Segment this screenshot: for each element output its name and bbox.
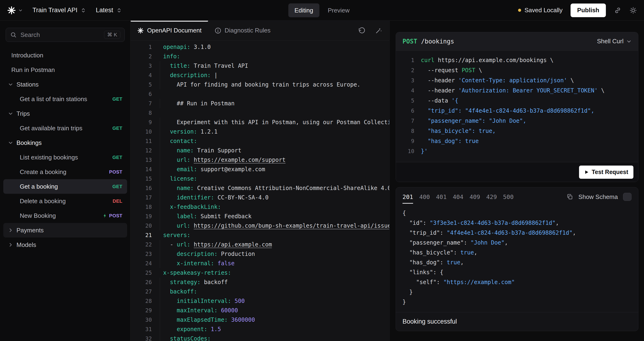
code-line: 14 email: support@example.com bbox=[131, 165, 389, 174]
sidebar-item-create-a-booking[interactable]: Create a bookingPOST bbox=[3, 165, 127, 179]
code-line: 19 label: Submit Feedback bbox=[131, 212, 389, 221]
sidebar-group-models[interactable]: Models bbox=[3, 238, 127, 252]
response-tools: Show Schema bbox=[566, 193, 632, 201]
theme-toggle-icon[interactable] bbox=[630, 6, 637, 14]
share-link-icon[interactable] bbox=[614, 6, 622, 14]
line-number: 8 bbox=[396, 126, 414, 136]
code-line: 23 description: Production bbox=[131, 249, 389, 259]
select-arrows-icon bbox=[116, 8, 122, 13]
line-number: 4 bbox=[396, 86, 414, 96]
workspace-menu[interactable] bbox=[7, 6, 22, 15]
mode-tab-editing[interactable]: Editing bbox=[288, 3, 320, 17]
sidebar-item-new-booking[interactable]: New BookingPOST bbox=[3, 208, 127, 223]
line-number: 5 bbox=[131, 80, 152, 89]
line-number: 5 bbox=[396, 96, 414, 106]
sidebar-group-payments[interactable]: Payments bbox=[3, 223, 127, 238]
sidebar: Search ⌘ K IntroductionRun in PostmanSta… bbox=[0, 21, 131, 341]
editor-tools bbox=[358, 21, 382, 40]
mode-tabs: EditingPreview bbox=[288, 3, 356, 17]
line-number: 18 bbox=[131, 202, 152, 212]
code-line: 8 bbox=[131, 108, 389, 118]
line-number: 27 bbox=[131, 287, 152, 296]
response-card-header: 201400401404409429500 Show Schema bbox=[396, 187, 638, 206]
test-request-button[interactable]: Test Request bbox=[579, 166, 634, 179]
request-code[interactable]: 1curl https://api.example.com/bookings \… bbox=[396, 50, 638, 162]
language-selector[interactable]: Shell Curl bbox=[597, 38, 632, 45]
chevron-down-icon bbox=[8, 82, 13, 87]
sidebar-item-get-a-booking[interactable]: Get a bookingGET bbox=[3, 179, 127, 194]
undo-icon[interactable] bbox=[358, 27, 365, 34]
sidebar-group-trips[interactable]: Trips bbox=[3, 106, 127, 121]
editor-tabs: OpenAPI DocumentDiagnostic Rules bbox=[131, 21, 277, 40]
topbar: Train Travel API Latest EditingPreview S… bbox=[0, 0, 644, 21]
status-tab-429[interactable]: 429 bbox=[486, 192, 497, 202]
code-line: 3 title: Train Travel API bbox=[131, 61, 389, 70]
status-tab-401[interactable]: 401 bbox=[436, 192, 446, 202]
line-number: 3 bbox=[131, 61, 152, 70]
search-icon bbox=[10, 31, 17, 38]
editor-pane: OpenAPI DocumentDiagnostic Rules 1openap… bbox=[131, 21, 390, 341]
sidebar-item-introduction[interactable]: Introduction bbox=[3, 48, 127, 62]
code-line: 10}' bbox=[396, 146, 638, 156]
line-number: 25 bbox=[131, 268, 152, 278]
search-input[interactable]: Search ⌘ K bbox=[6, 28, 125, 42]
code-line: "id": "3f3e3e1-c824-4d63-b37a-d8d698862f… bbox=[402, 218, 632, 228]
chevron-down-icon bbox=[8, 140, 13, 145]
line-number: 30 bbox=[131, 315, 152, 325]
status-tab-409[interactable]: 409 bbox=[470, 192, 480, 202]
logo-icon bbox=[137, 27, 144, 34]
main-row: Search ⌘ K IntroductionRun in PostmanSta… bbox=[0, 21, 644, 341]
project-name: Train Travel API bbox=[32, 6, 78, 14]
code-line: 4 --header 'Authorization: Bearer YOUR_S… bbox=[396, 86, 638, 96]
publish-button[interactable]: Publish bbox=[570, 3, 606, 17]
sidebar-item-get-a-list-of-train-stations[interactable]: Get a list of train stationsGET bbox=[3, 92, 127, 106]
status-tab-404[interactable]: 404 bbox=[453, 192, 463, 202]
method-badge: POST bbox=[109, 169, 122, 175]
editor-tab-diagnostic-rules[interactable]: Diagnostic Rules bbox=[208, 21, 277, 40]
status-tab-201[interactable]: 201 bbox=[402, 192, 413, 202]
sidebar-item-delete-a-booking[interactable]: Delete a bookingDEL bbox=[3, 194, 127, 208]
code-line: 31 exponent: 1.5 bbox=[131, 325, 389, 334]
project-selector[interactable]: Train Travel API bbox=[32, 6, 86, 14]
line-number: 23 bbox=[131, 249, 152, 259]
code-line: 30 maxElapsedTime: 3600000 bbox=[131, 315, 389, 325]
line-number: 9 bbox=[396, 136, 414, 146]
sidebar-group-bookings[interactable]: Bookings bbox=[3, 135, 127, 150]
code-line: 15 license: bbox=[131, 174, 389, 183]
code-line: 8 "has_bicycle": true, bbox=[396, 126, 638, 136]
operation-label: Get a booking bbox=[20, 183, 112, 190]
version-selector[interactable]: Latest bbox=[96, 6, 122, 14]
response-body: { "id": "3f3e3e1-c824-4d63-b37a-d8d69886… bbox=[396, 206, 638, 312]
chevron-down-icon bbox=[8, 111, 13, 116]
status-tab-500[interactable]: 500 bbox=[503, 192, 514, 202]
status-tab-400[interactable]: 400 bbox=[419, 192, 430, 202]
line-number: 19 bbox=[131, 212, 152, 221]
code-line: "trip_id": "4f4e4e1-c824-4d63-b37a-d8d69… bbox=[402, 228, 632, 238]
openapi-editor[interactable]: 1openapi: 3.1.02info:3 title: Train Trav… bbox=[131, 40, 389, 341]
fix-wand-icon[interactable] bbox=[375, 27, 382, 34]
play-icon bbox=[584, 170, 589, 175]
code-line: 4 description: | bbox=[131, 70, 389, 80]
topbar-left: Train Travel API Latest bbox=[7, 6, 122, 15]
sidebar-item-get-available-train-trips[interactable]: Get available train tripsGET bbox=[3, 121, 127, 135]
sidebar-nav: IntroductionRun in PostmanStationsGet a … bbox=[0, 48, 130, 252]
editor-tab-openapi-document[interactable]: OpenAPI Document bbox=[131, 21, 208, 40]
code-line: 1openapi: 3.1.0 bbox=[131, 42, 389, 52]
sidebar-item-list-existing-bookings[interactable]: List existing bookingsGET bbox=[3, 150, 127, 165]
search-placeholder: Search bbox=[20, 31, 100, 38]
show-schema-toggle[interactable] bbox=[623, 193, 632, 201]
sidebar-item-run-in-postman[interactable]: Run in Postman bbox=[3, 62, 127, 77]
code-line: "has_bicycle": true, bbox=[402, 248, 632, 258]
code-line: "links": { bbox=[402, 267, 632, 277]
code-line: 6 bbox=[131, 89, 389, 99]
sidebar-group-stations[interactable]: Stations bbox=[3, 77, 127, 92]
line-number: 7 bbox=[131, 99, 152, 108]
mode-tab-preview[interactable]: Preview bbox=[322, 3, 356, 17]
code-line: 26 strategy: backoff bbox=[131, 278, 389, 287]
code-line: 5 API for finding and booking train trip… bbox=[131, 80, 389, 89]
code-line: 16 name: Creative Commons Attribution-No… bbox=[131, 183, 389, 193]
code-line: 2 --request POST \ bbox=[396, 65, 638, 75]
editor-tab-label: OpenAPI Document bbox=[147, 27, 202, 34]
group-label: Models bbox=[16, 241, 36, 249]
copy-icon[interactable] bbox=[566, 194, 573, 200]
